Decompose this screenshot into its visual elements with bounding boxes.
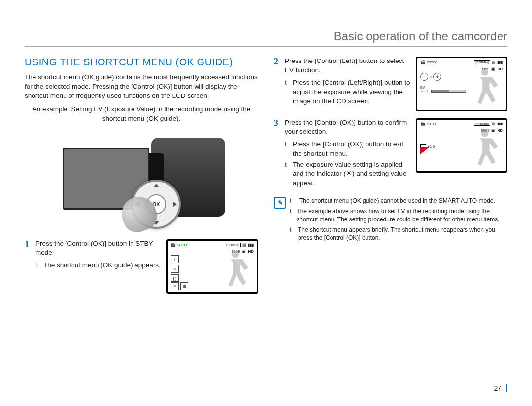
arrow-right-icon xyxy=(173,201,177,207)
note-icon: ✎ xyxy=(274,197,286,209)
stby-label: STBY xyxy=(427,60,437,64)
card-icon: ▤ xyxy=(492,122,496,126)
step-number: 3 xyxy=(274,118,285,128)
skater-icon xyxy=(466,67,503,109)
skater-icon xyxy=(217,250,254,291)
chapter-title: Basic operation of the camcorder xyxy=(25,30,507,47)
time-remaining: [220Min] xyxy=(474,60,490,64)
camcorder-illustration: OK xyxy=(58,128,225,231)
card-icon: ▤ xyxy=(242,243,246,247)
stby-label: STBY xyxy=(427,122,437,126)
battery-icon: ▮▮▮ xyxy=(497,60,503,64)
intro-text: The shortcut menu (OK guide) contains th… xyxy=(25,73,258,101)
lcd-preview-2: 🎬 STBY [220Min] ▤ ▮▮▮ 9999 ▣ HD − xyxy=(416,57,507,111)
note-text: The example above shows how to set EV in… xyxy=(297,207,507,224)
battery-icon: ▮▮▮ xyxy=(248,243,254,247)
note-text: The shortcut menu appears briefly. The s… xyxy=(298,226,507,243)
ev-icon: ☼ xyxy=(171,265,179,273)
step-subtext: Press the [Control (OK)] button to exit … xyxy=(293,140,411,158)
step-subtext: Press the [Control (Left/Right)] button … xyxy=(293,78,411,106)
bullet-icon: t xyxy=(285,160,293,170)
time-remaining: [220Min] xyxy=(474,122,490,126)
step-subtext: The shortcut menu (OK guide) appears. xyxy=(43,261,162,270)
red-flag-icon xyxy=(420,147,429,154)
grid-icon: ⊞ xyxy=(180,282,188,290)
bullet-icon: t xyxy=(290,207,293,224)
step-text: Press the [Control (Left)] button to sel… xyxy=(285,57,411,75)
step-number: 2 xyxy=(274,57,285,67)
bullet-icon: t xyxy=(290,226,294,243)
example-text: An example: Setting EV (Exposure Value) … xyxy=(25,105,258,124)
card-icon: ▤ xyxy=(492,60,496,64)
step-text: Press the [Control (OK)] button to confi… xyxy=(285,118,411,137)
record-icon: 🎬 xyxy=(420,60,425,64)
time-remaining: [220Min] xyxy=(225,243,241,247)
ev-scale-icon: ☼ xyxy=(429,75,432,79)
bullet-icon: t xyxy=(35,261,43,270)
ev-value: ☼ 0.0 xyxy=(420,89,429,93)
arrow-up-icon xyxy=(153,184,159,187)
ev-bar xyxy=(431,90,466,93)
focus-icon: [ ] xyxy=(171,274,179,282)
battery-icon: ▮▮▮ xyxy=(497,122,503,126)
info-icon: i xyxy=(171,255,179,263)
minus-icon: − xyxy=(420,73,428,81)
note-text: The shortcut menu (OK guide) cannot be u… xyxy=(299,197,495,205)
step-subtext: The exposure value setting is applied an… xyxy=(293,160,411,188)
plus-icon: + xyxy=(433,73,441,81)
ev-label: EV xyxy=(420,86,425,89)
page-number: 27 xyxy=(494,384,507,392)
step-text: Press the [Control (OK)] button in STBY … xyxy=(35,239,162,258)
skater-icon xyxy=(466,129,503,170)
bullet-icon: t xyxy=(290,197,296,205)
menu-icon: ≡ xyxy=(171,282,179,290)
lcd-preview-3: 🎬 STBY [220Min] ▤ ▮▮▮ 9999 ▣ HD ☼ xyxy=(416,118,507,173)
bullet-icon: t xyxy=(285,78,293,88)
bullet-icon: t xyxy=(285,140,293,149)
record-icon: 🎬 xyxy=(171,243,176,247)
record-icon: 🎬 xyxy=(420,122,425,126)
stby-label: STBY xyxy=(177,243,188,247)
step-number: 1 xyxy=(25,239,35,250)
lcd-preview-1: 🎬 STBY [220Min] ▤ ▮▮▮ 9999 ▣ HD i xyxy=(166,239,258,294)
section-heading: USING THE SHORTCUT MENU (OK GUIDE) xyxy=(25,57,258,68)
